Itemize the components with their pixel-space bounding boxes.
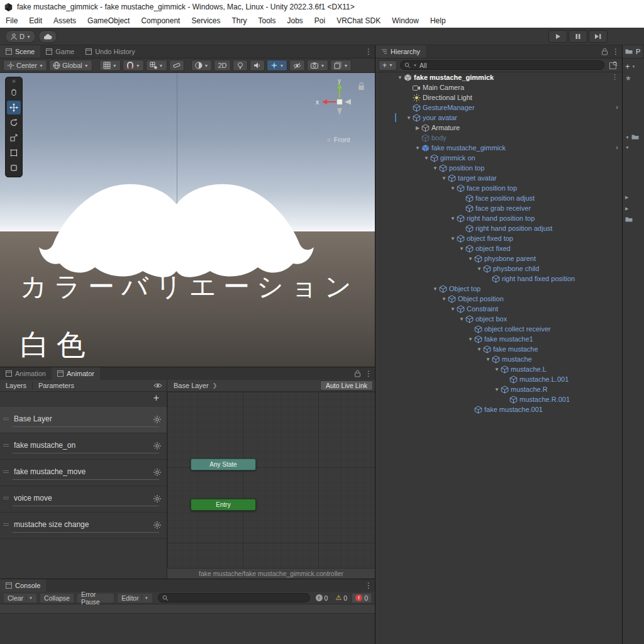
camera-settings-button[interactable]: ▼ — [307, 60, 328, 71]
tab-hierarchy[interactable]: Hierarchy — [375, 45, 426, 58]
console-search-field[interactable] — [158, 593, 310, 602]
menu-item-window[interactable]: Window — [386, 14, 425, 28]
tab-game[interactable]: Game — [40, 45, 80, 58]
scale-tool-button[interactable] — [7, 131, 21, 145]
grid-snap-button[interactable]: ▼ — [146, 60, 167, 71]
expand-arrow-icon[interactable]: ▼ — [449, 186, 457, 191]
tab-animation[interactable]: Animation — [0, 367, 52, 380]
expand-arrow-icon[interactable]: ▶ — [414, 125, 421, 131]
hierarchy-row-mustache[interactable]: ▼mustache — [375, 354, 622, 364]
pause-button[interactable] — [569, 30, 587, 43]
warning-count-button[interactable]: ⚠ 0 — [332, 593, 350, 603]
view-hand-tool-button[interactable] — [7, 86, 21, 99]
animator-layer-base-layer[interactable]: Base Layer — [0, 407, 167, 433]
layer-drag-handle-icon[interactable] — [3, 497, 9, 501]
project-folder-row[interactable]: ▼ — [625, 145, 630, 150]
layer-settings-gear-icon[interactable] — [153, 441, 162, 450]
parameters-tab[interactable]: Parameters — [33, 382, 80, 389]
project-folder-row[interactable]: ▼ — [625, 134, 639, 140]
menu-item-tools[interactable]: Tools — [252, 14, 281, 28]
hierarchy-row-object-fixed[interactable]: ▼object fixed — [375, 243, 622, 253]
state-node-any-state[interactable]: Any State — [191, 458, 256, 470]
hierarchy-row-face-grab-receiver[interactable]: face grab receiver — [375, 203, 622, 213]
hierarchy-row-object-box[interactable]: ▼object box — [375, 314, 622, 324]
audio-toggle-button[interactable] — [250, 60, 265, 71]
hierarchy-row-mustache.l.001[interactable]: mustache.L.001 — [375, 374, 622, 384]
lock-icon[interactable] — [601, 48, 608, 55]
layer-drag-handle-icon[interactable] — [3, 523, 9, 527]
eye-icon[interactable] — [153, 382, 162, 389]
layer-drag-handle-icon[interactable] — [3, 470, 9, 474]
expand-arrow-icon[interactable]: ▼ — [493, 367, 501, 372]
animator-layer-mustache-size-change[interactable]: mustache size change — [0, 513, 167, 539]
layer-settings-gear-icon[interactable] — [153, 468, 162, 477]
layer-settings-gear-icon[interactable] — [153, 494, 162, 503]
menu-item-thry[interactable]: Thry — [226, 14, 252, 28]
expand-arrow-icon[interactable]: ▼ — [449, 306, 457, 312]
hierarchy-row-right-hand-fixed-position[interactable]: right hand fixed position — [375, 274, 622, 284]
expand-arrow-icon[interactable]: ▼ — [405, 115, 413, 121]
hierarchy-row-gesturemanager[interactable]: GestureManager› — [375, 103, 622, 113]
gizmo-menu-icon[interactable]: ≡ — [327, 136, 331, 143]
search-window-button[interactable] — [608, 60, 619, 70]
project-folder-row[interactable]: ▶ — [625, 206, 628, 211]
rotate-tool-button[interactable] — [7, 116, 21, 130]
mustache-object[interactable] — [36, 178, 317, 284]
hierarchy-row-right-hand-position-adjust[interactable]: right hand position adjust — [375, 223, 622, 233]
state-node-entry[interactable]: Entry — [191, 499, 256, 511]
editor-target-button[interactable]: Editor▼ — [117, 593, 152, 603]
menu-item-vrchat-sdk[interactable]: VRChat SDK — [331, 14, 386, 28]
expand-arrow-icon[interactable]: ▼ — [467, 256, 474, 262]
hierarchy-row-gimmick-on[interactable]: ▼gimmick on — [375, 153, 622, 163]
hierarchy-row-physbone-child[interactable]: ▼physbone child — [375, 264, 622, 274]
layers-tab[interactable]: Layers — [0, 382, 32, 389]
expand-arrow-icon[interactable]: ▼ — [414, 145, 421, 151]
snap-settings-button[interactable]: ▼ — [123, 60, 144, 71]
layer-drag-handle-icon[interactable] — [3, 418, 9, 421]
animator-layer-fake-mustache_on[interactable]: fake mustache_on — [0, 433, 167, 460]
menu-item-jobs[interactable]: Jobs — [281, 14, 308, 28]
hierarchy-row-constraint[interactable]: ▼Constraint — [375, 304, 622, 314]
panel-menu-icon[interactable]: ⋮ — [365, 581, 372, 590]
hierarchy-row-your-avatar[interactable]: ▼your avatar — [375, 113, 622, 123]
expand-arrow-icon[interactable]: ▼ — [493, 387, 501, 392]
hierarchy-row-object-top[interactable]: ▼Object top — [375, 284, 622, 294]
menu-item-help[interactable]: Help — [425, 14, 452, 28]
breadcrumb[interactable]: Base Layer ❯ — [167, 382, 217, 389]
2d-toggle-button[interactable]: 2D — [214, 60, 230, 71]
menu-item-services[interactable]: Services — [186, 14, 226, 28]
menu-item-assets[interactable]: Assets — [48, 14, 82, 28]
info-count-button[interactable]: ! 0 — [313, 593, 331, 603]
play-button[interactable] — [548, 30, 567, 43]
tab-console[interactable]: Console — [0, 579, 46, 592]
hierarchy-row-fake-mustache.001[interactable]: fake mustache.001 — [375, 404, 622, 414]
project-folder-row[interactable]: ▶ — [625, 195, 628, 200]
hierarchy-row-right-hand-position-top[interactable]: ▼right hand position top — [375, 213, 622, 223]
hierarchy-row-object-fixed-top[interactable]: ▼object fixed top — [375, 233, 622, 243]
expand-arrow-icon[interactable]: ▼ — [431, 165, 439, 171]
error-pause-button[interactable]: Error Pause — [77, 593, 114, 603]
effects-button[interactable]: ▼ — [267, 60, 288, 71]
menu-item-file[interactable]: File — [0, 14, 23, 28]
hierarchy-row-face-position-top[interactable]: ▼face position top — [375, 183, 622, 193]
hierarchy-row-mustache.r[interactable]: ▼mustache.R — [375, 384, 622, 394]
panel-menu-icon[interactable]: ⋮ — [365, 369, 372, 378]
expand-arrow-icon[interactable]: ▼ — [440, 296, 448, 302]
palette-drag-handle-icon[interactable]: ≡ — [12, 79, 15, 84]
expand-arrow-icon[interactable]: ▼ — [484, 357, 492, 362]
grid-visibility-button[interactable]: ▼ — [99, 60, 121, 71]
tab-animator[interactable]: Animator — [52, 367, 100, 380]
hierarchy-row-mustache.r.001[interactable]: mustache.R.001 — [375, 394, 622, 404]
hierarchy-row-object-collect-receiver[interactable]: object collect receiver — [375, 324, 622, 334]
hierarchy-row-mustache.l[interactable]: ▼mustache.L — [375, 364, 622, 374]
menu-item-component[interactable]: Component — [135, 14, 186, 28]
hierarchy-search-field[interactable]: ▼ All — [400, 60, 604, 70]
step-button[interactable] — [589, 30, 608, 43]
console-log-area[interactable] — [0, 604, 375, 644]
expand-arrow-icon[interactable]: ▼ — [423, 155, 430, 161]
hierarchy-row-physbone-parent[interactable]: ▼physbone parent — [375, 253, 622, 264]
project-folder-row[interactable] — [625, 216, 633, 223]
scene-orientation-gizmo[interactable]: y x ≡ Front — [312, 75, 372, 151]
hierarchy-row-armature[interactable]: ▶Armature — [375, 123, 622, 133]
tab-scene[interactable]: Scene — [0, 45, 40, 58]
